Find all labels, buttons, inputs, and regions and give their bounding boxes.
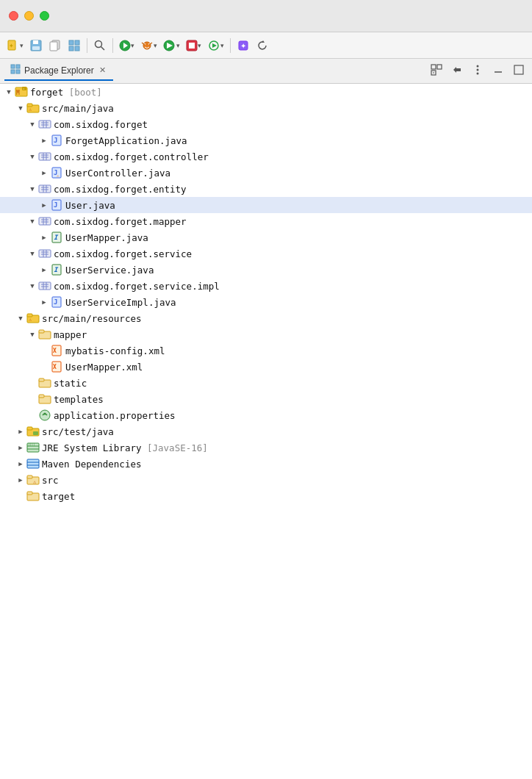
title-bar	[0, 0, 532, 32]
tree-item-user-service-impl[interactable]: ▶ J UserServiceImpl.java	[0, 294, 532, 310]
svg-rect-118	[27, 475, 32, 478]
arrow-src-main-java: ▼	[15, 102, 26, 114]
icon-forget: M ⚠	[15, 85, 28, 98]
debug-button[interactable]: ▾	[138, 36, 159, 55]
more-options-button[interactable]	[469, 62, 486, 79]
svg-rect-30	[16, 65, 20, 68]
icon-mybatis-config: X	[50, 344, 63, 357]
label-forget-application: ForgetApplication.java	[65, 135, 187, 146]
maximize-button[interactable]	[40, 11, 49, 21]
tree-item-pkg-controller[interactable]: ▼ com.sixdog.forget.controller	[0, 148, 532, 165]
close-button[interactable]	[9, 11, 18, 21]
link-editor-button[interactable]	[448, 62, 466, 79]
tree-item-src-main-resources[interactable]: ▼ ⚠ src/main/resources	[0, 310, 532, 326]
arrow-pkg-service-impl: ▼	[26, 280, 38, 292]
minimize-panel-button[interactable]	[489, 62, 507, 79]
arrow-user: ▶	[38, 199, 50, 211]
tree-item-pkg-service[interactable]: ▼ com.sixdog.forget.service	[0, 245, 532, 262]
arrow-src-test-java: ▶	[15, 426, 26, 437]
svg-rect-29	[11, 65, 15, 68]
svg-rect-102	[39, 378, 44, 381]
label-templates: templates	[54, 394, 104, 405]
tree-item-target[interactable]: ▶ target	[0, 488, 532, 504]
svg-marker-25	[212, 43, 217, 48]
tree-item-forget[interactable]: ▼ M ⚠ forget [boot]	[0, 84, 532, 100]
traffic-lights	[9, 11, 49, 21]
svg-rect-41	[514, 65, 523, 74]
tree-item-user-controller[interactable]: ▶ J ⚠ UserController.java	[0, 165, 532, 181]
extensions-button[interactable]: ✦	[234, 36, 252, 55]
label-user-service: UserService.java	[65, 265, 154, 276]
tree-item-src[interactable]: ▶ ⚠ src	[0, 472, 532, 488]
svg-rect-71	[39, 218, 51, 225]
tree-item-src-main-java[interactable]: ▼ ⚠ src/main/java	[0, 100, 532, 116]
arrow-mapper-folder: ▼	[26, 329, 38, 340]
label-pkg-service: com.sixdog.forget.service	[54, 248, 192, 259]
label-user: User.java	[65, 200, 115, 211]
svg-rect-31	[11, 70, 15, 73]
label-src-test-java: src/test/java	[42, 426, 114, 437]
icon-user-controller: J ⚠	[50, 166, 63, 179]
arrow-user-mapper: ▶	[38, 231, 50, 243]
arrow-pkg-mapper: ▼	[26, 215, 38, 227]
label-application-props: application.properties	[54, 410, 176, 421]
stop-button[interactable]: ▾	[184, 36, 204, 55]
package-explorer-tree[interactable]: ▼ M ⚠ forget [boot] ▼ ⚠	[0, 84, 532, 779]
tree-item-static[interactable]: ▶ static	[0, 375, 532, 391]
view-button[interactable]	[65, 36, 83, 55]
svg-rect-6	[50, 42, 57, 51]
svg-rect-34	[437, 65, 442, 69]
refresh-button[interactable]	[254, 36, 271, 55]
copy-button[interactable]	[46, 36, 64, 55]
tree-item-pkg-entity[interactable]: ▼ com.sixdog.forget.entity	[0, 181, 532, 197]
tree-item-application-props[interactable]: ▶ application.properties	[0, 407, 532, 423]
svg-rect-109	[33, 431, 38, 435]
arrow-user-service-impl: ▶	[38, 296, 50, 308]
arrow-user-service: ▶	[38, 264, 50, 276]
run-button[interactable]: ▾	[117, 36, 137, 55]
tree-item-mybatis-config[interactable]: ▶ X mybatis-config.xml	[0, 342, 532, 359]
arrow-maven-deps: ▶	[15, 458, 26, 470]
collapse-all-button[interactable]	[428, 62, 445, 79]
tree-item-maven-deps[interactable]: ▶ Maven Dependencies	[0, 456, 532, 472]
package-explorer-icon	[10, 64, 21, 76]
new-file-button[interactable]: ✦ ▾	[4, 36, 26, 55]
svg-rect-85	[39, 282, 51, 290]
tree-item-pkg-service-impl[interactable]: ▼ com.sixdog.forget.service.impl	[0, 278, 532, 294]
tree-item-jre-lib[interactable]: ▶ |||| JRE System Library [JavaSE-16]	[0, 439, 532, 456]
tree-item-user-mapper-xml[interactable]: ▶ X UserMapper.xml	[0, 359, 532, 375]
tree-item-forget-application[interactable]: ▶ J ForgetApplication.java	[0, 132, 532, 148]
external-run-button[interactable]: ▾	[205, 36, 226, 55]
svg-text:J: J	[54, 298, 57, 306]
search-button[interactable]	[91, 36, 109, 55]
tree-item-src-test-java[interactable]: ▶ src/test/java	[0, 423, 532, 439]
run-profile-button[interactable]: ▾	[161, 36, 182, 55]
tree-item-pkg-mapper[interactable]: ▼ com.sixdog.forget.mapper	[0, 213, 532, 229]
icon-user: J	[50, 198, 63, 212]
label-pkg-mapper: com.sixdog.forget.mapper	[54, 216, 187, 227]
tree-item-user[interactable]: ▶ J User.java	[0, 197, 532, 213]
label-user-service-impl: UserServiceImpl.java	[65, 297, 176, 308]
icon-pkg-entity	[38, 182, 51, 195]
maximize-panel-button[interactable]	[510, 62, 528, 79]
arrow-src-main-resources: ▼	[15, 312, 26, 324]
label-pkg-service-impl: com.sixdog.forget.service.impl	[54, 281, 220, 292]
tree-item-pkg-forget[interactable]: ▼ com.sixdog.forget	[0, 116, 532, 132]
icon-pkg-mapper	[38, 215, 51, 228]
tree-item-user-mapper[interactable]: ▶ I UserMapper.java	[0, 229, 532, 245]
svg-text:||||: ||||	[28, 442, 35, 446]
svg-rect-10	[75, 46, 79, 51]
svg-text:X: X	[53, 364, 57, 370]
tree-item-templates[interactable]: ▶ templates	[0, 391, 532, 407]
close-tab-button[interactable]: ✕	[98, 65, 107, 75]
package-explorer-tab[interactable]: Package Explorer ✕	[4, 61, 113, 81]
save-button[interactable]	[27, 36, 45, 55]
tree-item-user-service[interactable]: ▶ I UserService.java	[0, 262, 532, 278]
label-src-main-resources: src/main/resources	[42, 313, 141, 324]
svg-rect-49	[39, 121, 51, 128]
tree-item-mapper-folder[interactable]: ▼ mapper	[0, 326, 532, 342]
icon-user-mapper-xml: X	[50, 360, 63, 373]
label-pkg-forget: com.sixdog.forget	[54, 119, 148, 130]
minimize-button[interactable]	[24, 11, 34, 21]
label-mapper-folder: mapper	[54, 329, 87, 340]
